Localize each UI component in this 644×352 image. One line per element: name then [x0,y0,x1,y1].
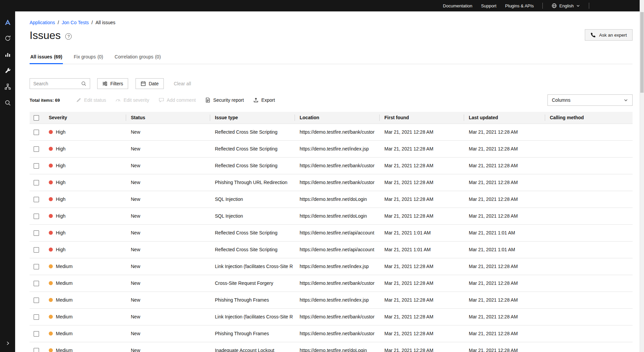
breadcrumb-current: All issues [96,20,115,25]
search-icon[interactable] [81,81,86,86]
issue-type-cell[interactable]: Inadequate Account Lockout [210,342,295,352]
edit-status-button[interactable]: Edit status [76,97,106,103]
export-label: Export [261,97,275,103]
header-first-found[interactable]: First found [379,112,464,124]
tab-correlation-groups[interactable]: Correlation groups (0) [114,50,161,64]
tab-all-issues[interactable]: All issues (69) [30,50,63,64]
topbar-link-support[interactable]: Support [481,3,497,8]
issue-type-cell[interactable]: Phishing Through URL Redirection [210,174,295,191]
severity-label: High [56,146,66,151]
row-checkbox[interactable] [34,247,39,253]
table-row[interactable]: Medium New Link Injection (facilitates C… [30,258,633,275]
row-checkbox[interactable] [34,348,39,352]
row-checkbox[interactable] [34,314,39,320]
table-row[interactable]: Medium New Link Injection (facilitates C… [30,308,633,325]
issue-type-cell[interactable]: Link Injection (facilitates Cross-Site R [210,308,295,325]
row-checkbox[interactable] [34,130,39,135]
issue-type-cell[interactable]: Link Injection (facilitates Cross-Site R [210,258,295,275]
location-cell: https://demo.testfire.net/index.jsp [295,140,379,157]
last-updated-cell: Mar 21, 2021 12:28 AM [464,191,545,208]
row-checkbox[interactable] [34,298,39,303]
header-calling-method[interactable]: Calling method [545,112,633,124]
add-comment-button[interactable]: Add comment [159,97,196,103]
header-issue-type[interactable]: Issue type [210,112,295,124]
header-severity[interactable]: Severity [44,112,126,124]
issue-type-cell[interactable]: SQL Injection [210,191,295,208]
tab-count: (0) [98,54,103,59]
table-row[interactable]: High New Reflected Cross Site Scripting … [30,124,633,140]
severity-label: Medium [56,314,73,319]
scrollbar-thumb[interactable] [640,12,644,93]
issue-type-cell[interactable]: Phishing Through Frames [210,325,295,342]
sidebar-item-scans[interactable] [0,30,15,46]
issue-type-cell[interactable]: Reflected Cross Site Scripting [210,157,295,174]
security-report-button[interactable]: Security report [205,97,244,103]
network-icon [4,83,11,90]
table-row[interactable]: High New Reflected Cross Site Scripting … [30,224,633,241]
search-input[interactable] [33,81,78,86]
issue-type-cell[interactable]: Reflected Cross Site Scripting [210,224,295,241]
severity-dot [49,348,53,352]
topbar-link-documentation[interactable]: Documentation [443,3,472,8]
table-row[interactable]: High New Reflected Cross Site Scripting … [30,140,633,157]
edit-severity-button[interactable]: Edit severity [115,97,149,103]
row-checkbox[interactable] [34,197,39,202]
table-row[interactable]: High New Reflected Cross Site Scripting … [30,241,633,258]
header-last-updated[interactable]: Last updated [464,112,545,124]
tab-fix-groups[interactable]: Fix groups (0) [73,50,104,64]
issue-type-cell[interactable]: Reflected Cross Site Scripting [210,140,295,157]
row-checkbox[interactable] [34,163,39,169]
severity-cell: Medium [44,308,126,325]
table-row[interactable]: Medium New Inadequate Account Lockout ht… [30,342,633,352]
row-checkbox[interactable] [34,264,39,269]
row-checkbox[interactable] [34,230,39,236]
ask-expert-button[interactable]: Ask an expert [585,29,633,41]
table-row[interactable]: High New SQL Injection https://demo.test… [30,191,633,208]
sidebar-item-applications[interactable] [0,79,15,95]
chevron-down-icon [623,98,628,102]
status-cell: New [126,292,210,308]
row-checkbox[interactable] [34,146,39,152]
table-row[interactable]: High New Reflected Cross Site Scripting … [30,157,633,174]
table-row[interactable]: High New SQL Injection https://demo.test… [30,208,633,224]
columns-dropdown[interactable]: Columns [547,94,633,106]
table-row[interactable]: Medium New Phishing Through Frames https… [30,292,633,308]
first-found-cell: Mar 21, 2021 12:28 AM [379,275,464,292]
select-all-checkbox[interactable] [34,115,39,121]
location-cell: https://demo.testfire.net/bank/custor [295,308,379,325]
issue-type-cell[interactable]: Phishing Through Frames [210,292,295,308]
row-checkbox[interactable] [34,331,39,337]
breadcrumb-link-jon-co-tests[interactable]: Jon Co Tests [62,20,89,25]
header-location[interactable]: Location [295,112,379,124]
select-all-header [30,112,44,124]
issue-type-cell[interactable]: Reflected Cross Site Scripting [210,241,295,258]
row-checkbox[interactable] [34,281,39,286]
table-row[interactable]: High New Phishing Through URL Redirectio… [30,174,633,191]
topbar-link-plugins-apis[interactable]: Plugins & APIs [505,3,534,8]
sidebar-expand-button[interactable] [0,335,15,351]
sidebar-item-dashboard[interactable] [0,46,15,62]
row-checkbox[interactable] [34,180,39,185]
severity-label: Medium [56,264,73,269]
table-row[interactable]: Medium New Cross-Site Request Forgery ht… [30,275,633,292]
row-checkbox[interactable] [34,214,39,219]
vertical-scrollbar[interactable] [640,0,644,352]
date-button[interactable]: Date [136,78,164,89]
topbar: Documentation Support Plugins & APIs Eng… [0,0,640,11]
breadcrumb-link-applications[interactable]: Applications [30,20,55,25]
table-row[interactable]: Medium New Phishing Through Frames https… [30,325,633,342]
clear-all-link[interactable]: Clear all [174,81,191,86]
appscan-logo[interactable] [0,14,15,30]
export-button[interactable]: Export [253,97,275,103]
header-status[interactable]: Status [126,112,210,124]
sidebar-item-explore[interactable] [0,95,15,111]
language-selector[interactable]: English [552,3,580,8]
issue-type-cell[interactable]: Reflected Cross Site Scripting [210,124,295,140]
filters-button[interactable]: Filters [97,78,128,89]
severity-cell: High [44,208,126,224]
calling-method-cell [545,241,633,258]
sidebar-item-tools[interactable] [0,62,15,79]
help-icon[interactable]: ? [65,33,72,40]
issue-type-cell[interactable]: SQL Injection [210,208,295,224]
issue-type-cell[interactable]: Cross-Site Request Forgery [210,275,295,292]
